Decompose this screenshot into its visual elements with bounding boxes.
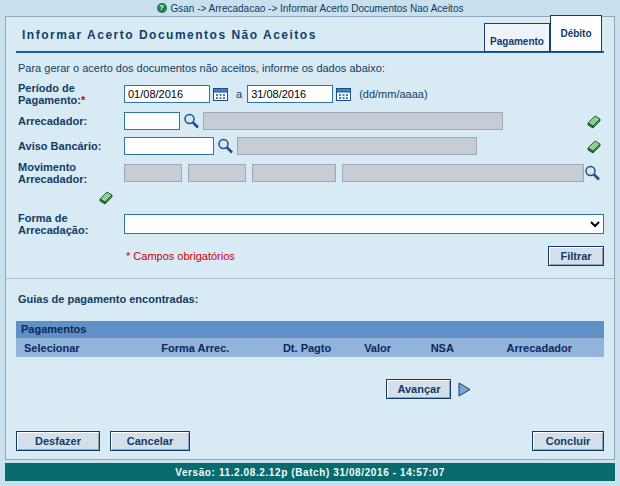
section-divider xyxy=(6,278,614,279)
arrecadador-label: Arrecadador: xyxy=(16,115,124,127)
payments-table-header: Selecionar Forma Arrec. Dt. Pagto Valor … xyxy=(16,338,604,357)
aviso-bancario-label: Aviso Bancário: xyxy=(16,140,124,152)
date-range-separator: a xyxy=(236,88,242,100)
payments-table: Pagamentos Selecionar Forma Arrec. Dt. P… xyxy=(16,321,604,357)
arrow-right-icon[interactable] xyxy=(458,382,471,397)
version-footer: Versão: 11.2.08.2.12p (Batch) 31/08/2016… xyxy=(5,463,615,481)
row-movimento-arrecadador: Movimento Arrecadador: xyxy=(16,161,604,185)
tab-strip: Pagamento Débito xyxy=(484,15,602,52)
movimento-field-4 xyxy=(342,164,584,182)
required-note: * Campos obrigatórios xyxy=(126,250,235,262)
movimento-field-2 xyxy=(188,164,246,182)
results-heading: Guias de pagamento encontradas: xyxy=(18,293,604,305)
breadcrumb-bar: ? Gsan -> Arrecadacao -> Informar Acerto… xyxy=(0,0,620,16)
row-forma-arrecadacao: Forma de Arrecadação: xyxy=(16,212,604,236)
date-format-hint: (dd/mm/aaaa) xyxy=(359,88,427,100)
arrecadador-name-field xyxy=(203,112,503,130)
col-arrecadador: Arrecadador xyxy=(475,342,604,354)
date-from-input[interactable] xyxy=(124,85,210,103)
filtrar-button[interactable]: Filtrar xyxy=(548,246,604,266)
payments-table-title: Pagamentos xyxy=(16,321,604,338)
row-movimento-eraser xyxy=(16,187,604,207)
col-forma-arrec: Forma Arrec. xyxy=(122,342,269,354)
eraser-icon[interactable] xyxy=(584,139,601,154)
breadcrumb[interactable]: Gsan -> Arrecadacao -> Informar Acerto D… xyxy=(171,3,464,14)
page: ? Gsan -> Arrecadacao -> Informar Acerto… xyxy=(0,0,620,486)
search-icon[interactable] xyxy=(584,165,601,181)
aviso-bancario-code-input[interactable] xyxy=(124,137,214,155)
movimento-field-3 xyxy=(252,164,336,182)
eraser-icon[interactable] xyxy=(96,190,113,205)
periodo-label: Período de Pagamento:* xyxy=(16,82,124,106)
forma-arrecadacao-label: Forma de Arrecadação: xyxy=(16,212,124,236)
concluir-button[interactable]: Concluir xyxy=(532,431,604,451)
title-bar: Informar Acerto Documentos Não Aceitos P… xyxy=(16,17,604,53)
avancar-button[interactable]: Avançar xyxy=(386,379,451,399)
forma-arrecadacao-select[interactable] xyxy=(124,214,604,234)
arrecadador-code-input[interactable] xyxy=(124,112,180,130)
row-periodo-pagamento: Período de Pagamento:* a (dd/mm/aaaa) xyxy=(16,82,604,106)
row-aviso-bancario: Aviso Bancário: xyxy=(16,136,604,156)
calendar-icon[interactable] xyxy=(336,87,351,101)
tab-debito[interactable]: Débito xyxy=(550,15,602,52)
required-asterisk: * xyxy=(81,94,85,106)
aviso-bancario-name-field xyxy=(237,137,477,155)
main-panel: Informar Acerto Documentos Não Aceitos P… xyxy=(5,16,615,460)
version-text: Versão: 11.2.08.2.12p (Batch) 31/08/2016… xyxy=(175,467,445,478)
col-selecionar: Selecionar xyxy=(16,342,122,354)
desfazer-button[interactable]: Desfazer xyxy=(16,431,100,451)
row-avancar: Avançar xyxy=(386,379,604,399)
search-icon[interactable] xyxy=(183,113,200,129)
movimento-label: Movimento Arrecadador: xyxy=(16,161,124,185)
col-nsa: NSA xyxy=(410,342,475,354)
page-title: Informar Acerto Documentos Não Aceitos xyxy=(16,28,317,51)
form-instruction: Para gerar o acerto dos documentos não a… xyxy=(18,62,604,74)
eraser-icon[interactable] xyxy=(584,114,601,129)
movimento-field-1 xyxy=(124,164,182,182)
calendar-icon[interactable] xyxy=(213,87,228,101)
row-arrecadador: Arrecadador: xyxy=(16,111,604,131)
tab-pagamento[interactable]: Pagamento xyxy=(484,23,550,52)
help-icon[interactable]: ? xyxy=(157,3,167,13)
cancelar-button[interactable]: Cancelar xyxy=(110,431,190,451)
search-icon[interactable] xyxy=(217,138,234,154)
row-note-filtrar: * Campos obrigatórios Filtrar xyxy=(16,246,604,266)
date-to-input[interactable] xyxy=(247,85,333,103)
col-valor: Valor xyxy=(345,342,410,354)
col-dt-pagto: Dt. Pagto xyxy=(269,342,345,354)
bottom-actions: Desfazer Cancelar Concluir xyxy=(16,431,604,451)
